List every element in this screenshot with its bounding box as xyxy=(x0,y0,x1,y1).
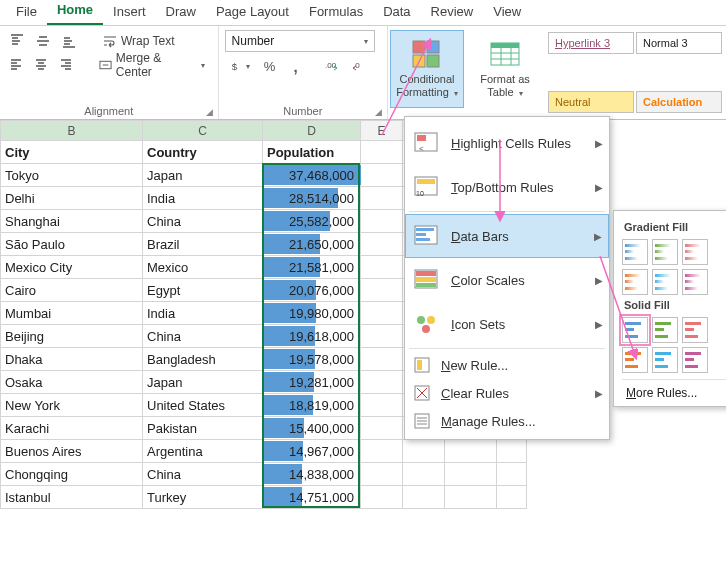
accounting-format-button[interactable]: $▾ xyxy=(225,56,255,76)
cf-clear-rules[interactable]: Clear Rules ▶ xyxy=(405,379,609,407)
tab-view[interactable]: View xyxy=(483,0,531,25)
align-left-button[interactable] xyxy=(6,55,27,75)
alignment-dialog-launcher[interactable]: ◢ xyxy=(206,107,216,117)
tab-review[interactable]: Review xyxy=(421,0,484,25)
table-row[interactable]: ChongqingChina14,838,000 xyxy=(1,463,527,486)
cell-city[interactable]: Istanbul xyxy=(1,486,143,509)
solid-swatch-5[interactable] xyxy=(682,347,708,373)
style-hyperlink[interactable]: Hyperlink 3 xyxy=(548,32,634,54)
tab-insert[interactable]: Insert xyxy=(103,0,156,25)
cell-country[interactable]: Pakistan xyxy=(143,417,263,440)
increase-decimal-button[interactable]: .00 xyxy=(321,56,343,76)
cell-population[interactable]: 19,980,000 xyxy=(263,302,361,325)
cell-country[interactable]: Japan xyxy=(143,371,263,394)
cf-highlight-rules[interactable]: < Highlight Cells Rules ▶ xyxy=(405,121,609,165)
cell-country[interactable]: Mexico xyxy=(143,256,263,279)
cf-data-bars[interactable]: Data Bars ▶ xyxy=(405,214,609,258)
cell-population[interactable]: 25,582,000 xyxy=(263,210,361,233)
tab-pagelayout[interactable]: Page Layout xyxy=(206,0,299,25)
cf-color-scales[interactable]: Color Scales ▶ xyxy=(405,258,609,302)
cell-population[interactable]: 21,581,000 xyxy=(263,256,361,279)
cf-icon-sets[interactable]: Icon Sets ▶ xyxy=(405,302,609,346)
cell-population[interactable]: 19,281,000 xyxy=(263,371,361,394)
style-normal[interactable]: Normal 3 xyxy=(636,32,722,54)
cell-population[interactable]: 18,819,000 xyxy=(263,394,361,417)
cell-country[interactable]: Egypt xyxy=(143,279,263,302)
table-row[interactable]: IstanbulTurkey14,751,000 xyxy=(1,486,527,509)
solid-swatch-0[interactable] xyxy=(622,317,648,343)
format-as-table-button[interactable]: Format as Table ▾ xyxy=(468,30,542,108)
cell-city[interactable]: Mumbai xyxy=(1,302,143,325)
cell-city[interactable]: São Paulo xyxy=(1,233,143,256)
cell-population[interactable]: 19,618,000 xyxy=(263,325,361,348)
style-neutral[interactable]: Neutral xyxy=(548,91,634,113)
comma-button[interactable]: , xyxy=(285,56,307,76)
align-top-button[interactable] xyxy=(6,31,28,51)
cell-city[interactable]: Dhaka xyxy=(1,348,143,371)
cell-country[interactable]: China xyxy=(143,210,263,233)
cell-city[interactable]: Shanghai xyxy=(1,210,143,233)
align-center-button[interactable] xyxy=(31,55,52,75)
cell-country[interactable]: Japan xyxy=(143,164,263,187)
cell-country[interactable]: Turkey xyxy=(143,486,263,509)
cell-country[interactable]: United States xyxy=(143,394,263,417)
cell-population[interactable]: 14,838,000 xyxy=(263,463,361,486)
cell-population[interactable]: 20,076,000 xyxy=(263,279,361,302)
cf-new-rule[interactable]: New Rule... xyxy=(405,351,609,379)
cell-country[interactable]: China xyxy=(143,463,263,486)
cell-population[interactable]: 14,751,000 xyxy=(263,486,361,509)
cell-population[interactable]: 21,650,000 xyxy=(263,233,361,256)
table-row[interactable]: Buenos AiresArgentina14,967,000 xyxy=(1,440,527,463)
cell-city[interactable]: Osaka xyxy=(1,371,143,394)
solid-swatch-2[interactable] xyxy=(682,317,708,343)
style-calculation[interactable]: Calculation xyxy=(636,91,722,113)
cell-city[interactable]: Cairo xyxy=(1,279,143,302)
merge-center-button[interactable]: Merge & Center ▾ xyxy=(92,54,212,76)
tab-data[interactable]: Data xyxy=(373,0,420,25)
cell-city[interactable]: Karachi xyxy=(1,417,143,440)
gradient-swatch-3[interactable] xyxy=(622,269,648,295)
cell-population[interactable]: 15,400,000 xyxy=(263,417,361,440)
align-bottom-button[interactable] xyxy=(58,31,80,51)
cell-country[interactable]: Bangladesh xyxy=(143,348,263,371)
tab-file[interactable]: File xyxy=(6,0,47,25)
cell-city[interactable]: Beijing xyxy=(1,325,143,348)
col-E[interactable]: E xyxy=(361,121,403,141)
col-D[interactable]: D xyxy=(263,121,361,141)
tab-draw[interactable]: Draw xyxy=(156,0,206,25)
solid-swatch-4[interactable] xyxy=(652,347,678,373)
number-dialog-launcher[interactable]: ◢ xyxy=(375,107,385,117)
cf-manage-rules[interactable]: Manage Rules... xyxy=(405,407,609,435)
align-middle-button[interactable] xyxy=(32,31,54,51)
cell-country[interactable]: India xyxy=(143,187,263,210)
gradient-swatch-5[interactable] xyxy=(682,269,708,295)
cell-city[interactable]: Chongqing xyxy=(1,463,143,486)
cell-city[interactable]: Tokyo xyxy=(1,164,143,187)
cell-population[interactable]: 37,468,000 xyxy=(263,164,361,187)
cell-country[interactable]: India xyxy=(143,302,263,325)
cell-country[interactable]: China xyxy=(143,325,263,348)
gradient-swatch-1[interactable] xyxy=(652,239,678,265)
cell-city[interactable]: Mexico City xyxy=(1,256,143,279)
col-C[interactable]: C xyxy=(143,121,263,141)
cell-population[interactable]: 19,578,000 xyxy=(263,348,361,371)
cell-country[interactable]: Argentina xyxy=(143,440,263,463)
cell-country[interactable]: Brazil xyxy=(143,233,263,256)
decrease-decimal-button[interactable]: .0 xyxy=(347,56,369,76)
percent-button[interactable]: % xyxy=(259,56,281,76)
tab-formulas[interactable]: Formulas xyxy=(299,0,373,25)
gradient-swatch-4[interactable] xyxy=(652,269,678,295)
tab-home[interactable]: Home xyxy=(47,0,103,25)
cell-city[interactable]: Buenos Aires xyxy=(1,440,143,463)
align-right-button[interactable] xyxy=(56,55,77,75)
wrap-text-button[interactable]: Wrap Text xyxy=(96,30,182,52)
number-format-dropdown[interactable]: Number ▾ xyxy=(225,30,375,52)
solid-swatch-3[interactable] xyxy=(622,347,648,373)
cell-city[interactable]: New York xyxy=(1,394,143,417)
cell-city[interactable]: Delhi xyxy=(1,187,143,210)
solid-swatch-1[interactable] xyxy=(652,317,678,343)
gradient-swatch-0[interactable] xyxy=(622,239,648,265)
cell-population[interactable]: 14,967,000 xyxy=(263,440,361,463)
cell-population[interactable]: 28,514,000 xyxy=(263,187,361,210)
cf-topbottom-rules[interactable]: 10 Top/Bottom Rules ▶ xyxy=(405,165,609,209)
